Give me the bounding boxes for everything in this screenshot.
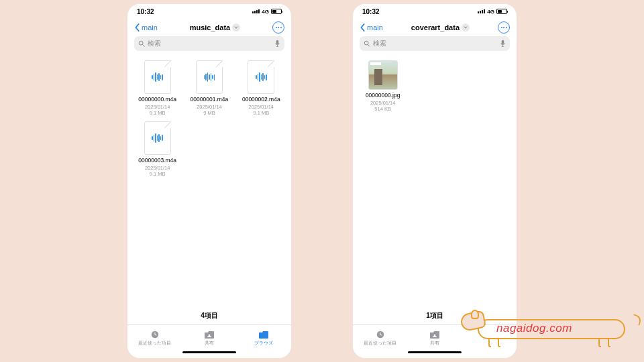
search-placeholder: 検索: [148, 39, 272, 48]
file-item[interactable]: 00000002.m4a 2025/01/14 9.1 MB: [235, 60, 287, 116]
file-item[interactable]: 00000000.m4a 2025/01/14 9.1 MB: [131, 60, 183, 116]
clock-icon: [375, 330, 386, 339]
chevron-left-icon: [134, 23, 141, 32]
tab-label: 共有: [430, 340, 439, 347]
network-label: 4G: [487, 9, 494, 15]
svg-rect-7: [502, 40, 504, 44]
file-item[interactable]: 00000003.m4a 2025/01/14 9.1 MB: [131, 121, 183, 177]
title-wrap[interactable]: music_data: [190, 23, 241, 32]
file-size: 9 MB: [203, 110, 215, 116]
file-size: 9.1 MB: [150, 171, 166, 177]
ellipsis-icon: [501, 27, 507, 28]
svg-line-1: [143, 45, 145, 47]
file-grid: 00000000.m4a 2025/01/14 9.1 MB 00000001.…: [127, 55, 291, 308]
more-button[interactable]: [272, 21, 284, 34]
phone-screenshot-right: 10:32 4G main coverart_data 検索: [353, 4, 517, 358]
network-label: 4G: [262, 9, 269, 15]
file-date: 2025/01/14: [370, 100, 396, 106]
file-date: 2025/01/14: [145, 104, 170, 110]
tab-label: 最近使った項目: [364, 340, 396, 347]
folder-share-icon: [429, 330, 440, 339]
tab-label: ブラウズ: [254, 340, 273, 347]
back-button[interactable]: main: [134, 23, 158, 32]
status-right: 4G: [252, 9, 282, 15]
chevron-down-icon: [462, 23, 470, 32]
tab-recents[interactable]: 最近使った項目: [353, 325, 407, 351]
tab-label: 最近使った項目: [138, 340, 171, 347]
search-input[interactable]: 検索: [134, 36, 284, 51]
search-row: 検索: [127, 36, 291, 55]
file-name: 00000003.m4a: [138, 158, 176, 164]
status-bar: 10:32 4G: [127, 4, 291, 19]
search-icon: [138, 40, 145, 47]
watermark: nagaidog.com: [464, 314, 639, 347]
watermark-text: nagaidog.com: [496, 322, 572, 335]
search-row: 検索: [353, 36, 517, 55]
back-button[interactable]: main: [360, 23, 383, 32]
svg-rect-2: [276, 40, 278, 44]
file-name: 00000000.jpg: [366, 93, 400, 99]
file-grid: 00000000.jpg 2025/01/14 514 KB: [353, 55, 517, 308]
signal-icon: [252, 9, 260, 13]
home-indicator[interactable]: [127, 351, 291, 358]
file-name: 00000001.m4a: [191, 97, 229, 103]
ellipsis-icon: [276, 27, 282, 28]
search-placeholder: 検索: [373, 39, 497, 48]
chevron-left-icon: [360, 23, 366, 32]
audio-file-icon: [144, 60, 171, 94]
audio-file-icon: [144, 121, 171, 155]
audio-file-icon: [196, 60, 223, 94]
phone-screenshot-left: 10:32 4G main music_data 検索 00: [127, 4, 291, 358]
file-date: 2025/01/14: [145, 165, 170, 171]
file-date: 2025/01/14: [197, 104, 222, 110]
file-name: 00000002.m4a: [242, 97, 280, 103]
svg-point-5: [364, 41, 368, 45]
file-size: 514 KB: [374, 106, 391, 112]
mic-icon[interactable]: [500, 40, 506, 48]
status-time: 10:32: [137, 8, 154, 15]
status-time: 10:32: [362, 8, 380, 15]
svg-line-6: [368, 45, 370, 47]
svg-point-9: [434, 335, 436, 337]
folder-share-icon: [204, 330, 215, 339]
back-label: main: [367, 23, 383, 32]
tab-label: 共有: [205, 340, 214, 347]
file-item[interactable]: 00000000.jpg 2025/01/14 514 KB: [357, 60, 409, 112]
search-icon: [364, 40, 370, 47]
title-wrap[interactable]: coverart_data: [411, 23, 470, 32]
chevron-down-icon: [232, 23, 240, 32]
mic-icon[interactable]: [274, 40, 280, 48]
nav-bar: main music_data: [127, 19, 291, 36]
svg-point-4: [209, 335, 211, 337]
battery-icon: [496, 9, 507, 14]
file-name: 00000000.m4a: [138, 97, 176, 103]
tab-shared[interactable]: 共有: [182, 325, 236, 351]
file-size: 9.1 MB: [253, 110, 269, 116]
status-right: 4G: [478, 9, 507, 15]
file-date: 2025/01/14: [249, 104, 274, 110]
folder-title: music_data: [190, 23, 231, 32]
back-label: main: [142, 23, 158, 32]
item-count: 4項目: [127, 308, 291, 324]
signal-icon: [478, 9, 485, 13]
folder-title: coverart_data: [411, 23, 460, 32]
audio-file-icon: [248, 60, 274, 94]
tab-recents[interactable]: 最近使った項目: [127, 325, 182, 351]
more-button[interactable]: [498, 21, 510, 34]
dog-logo: nagaidog.com: [464, 314, 639, 347]
battery-icon: [271, 9, 282, 14]
nav-bar: main coverart_data: [353, 19, 517, 36]
status-bar: 10:32 4G: [353, 4, 517, 19]
image-thumbnail: [368, 60, 398, 90]
tab-bar: 最近使った項目 共有 ブラウズ: [127, 324, 291, 351]
clock-icon: [150, 330, 160, 339]
svg-point-0: [139, 41, 143, 45]
folder-icon: [258, 330, 269, 339]
tab-browse[interactable]: ブラウズ: [237, 325, 291, 351]
file-size: 9.1 MB: [150, 110, 166, 116]
tab-shared[interactable]: 共有: [407, 325, 462, 351]
search-input[interactable]: 検索: [360, 36, 510, 51]
home-indicator[interactable]: [353, 351, 517, 358]
file-item[interactable]: 00000001.m4a 2025/01/14 9 MB: [183, 60, 235, 116]
